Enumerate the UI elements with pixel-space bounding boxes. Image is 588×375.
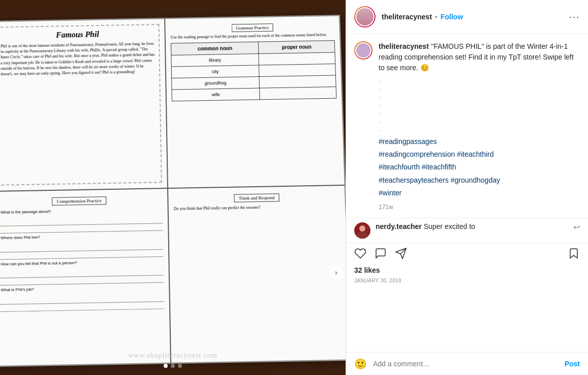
add-comment-bar: 🙂 Post <box>346 352 588 375</box>
action-bar <box>346 243 588 264</box>
comment-button[interactable] <box>375 247 387 259</box>
comprehension-questions: 1. What is the passage about?2. Where do… <box>0 207 164 312</box>
more-options-button[interactable]: ··· <box>569 12 580 22</box>
header-avatar[interactable] <box>354 6 376 27</box>
caption-avatar[interactable] <box>354 41 373 60</box>
ws-famous-phil-body: Phil is one of the most famous residents… <box>1 41 155 77</box>
slide-dots <box>164 364 182 368</box>
ws-comprehension-title: Comprehension Practice <box>52 196 106 206</box>
share-button[interactable] <box>395 247 407 259</box>
ws-grammar-practice: Grammar Practice Use the reading passage… <box>165 15 345 188</box>
grammar-row-proper <box>259 75 336 88</box>
ws-think-respond: Think and Respond Do you think that Phil… <box>168 185 346 363</box>
ws-think-question: Do you think that Phil really can predic… <box>174 203 341 212</box>
post-image-panel: Famous Phil Phil is one of the most famo… <box>0 0 346 375</box>
post-caption: theliteracynest "FAMOUS PHIL" is part of… <box>346 34 588 218</box>
svg-point-1 <box>357 232 367 239</box>
worksheet: Famous Phil Phil is one of the most famo… <box>0 15 346 367</box>
next-slide-arrow[interactable]: › <box>329 265 344 279</box>
likes-section: 32 likes <box>346 264 588 277</box>
svg-point-0 <box>359 225 365 232</box>
post-date: JANUARY 30, 2018 <box>346 277 588 287</box>
comp-question: 2. Where does Phil live? <box>0 233 163 241</box>
save-button[interactable] <box>568 247 580 259</box>
comment-text: nerdy.teacher Super excited to <box>376 222 568 230</box>
info-panel: theliteracynest • Follow ··· theliteracy… <box>346 0 588 375</box>
follow-button[interactable]: Follow <box>441 13 463 21</box>
dot-1[interactable] <box>164 364 168 368</box>
grammar-row-noun: library <box>171 54 259 67</box>
emoji-button[interactable]: 🙂 <box>354 358 367 370</box>
ws-famous-phil-title: Famous Phil <box>1 29 154 41</box>
post-comment-button[interactable]: Post <box>565 360 580 368</box>
comp-question: 3. How can you tell that Phil is not a p… <box>0 259 164 267</box>
grammar-row-noun: wife <box>172 88 260 101</box>
dot-2[interactable] <box>171 364 175 368</box>
grammar-col1-header: common noun <box>171 42 259 55</box>
comment-input[interactable] <box>373 360 559 368</box>
comment-content: Super excited to <box>424 222 475 230</box>
dot-3[interactable] <box>178 364 182 368</box>
comment-preview: nerdy.teacher Super excited to ↩ <box>346 218 588 243</box>
ws-comprehension: Comprehension Practice 1. What is the pa… <box>0 188 171 366</box>
comp-question: 4. What is Phil's job? <box>0 285 164 293</box>
ws-famous-phil: Famous Phil Phil is one of the most famo… <box>0 18 168 191</box>
caption-dots: . . . . . . . <box>379 73 580 135</box>
commenter-avatar[interactable] <box>354 222 370 239</box>
caption-body: theliteracynest "FAMOUS PHIL" is part of… <box>379 41 580 211</box>
caption-username[interactable]: theliteracynest <box>379 42 429 50</box>
caption-time: 171w <box>379 204 580 211</box>
reply-icon[interactable]: ↩ <box>573 222 580 232</box>
likes-count[interactable]: 32 likes <box>354 266 380 274</box>
ws-grammar-instruction: Use the reading passage to find the prop… <box>171 32 335 40</box>
header-username[interactable]: theliteracynest <box>382 13 432 21</box>
ws-grammar-title: Grammar Practice <box>231 23 273 32</box>
grammar-row-proper <box>259 52 335 65</box>
watermark: www.shopliteracynest.com <box>128 352 218 360</box>
grammar-row-proper <box>260 87 336 100</box>
header-dot: • <box>435 13 438 21</box>
like-button[interactable] <box>354 247 366 259</box>
grammar-table: common noun proper noun librarycitygroun… <box>171 40 336 101</box>
grammar-col2-header: proper noun <box>258 41 335 54</box>
grammar-row-proper <box>259 64 336 77</box>
comp-question: 1. What is the passage about? <box>0 207 163 215</box>
ws-think-title: Think and Respond <box>234 193 280 203</box>
commenter-username[interactable]: nerdy.teacher <box>376 222 422 230</box>
post-header: theliteracynest • Follow ··· <box>346 0 588 34</box>
caption-hashtags[interactable]: #readingpassages#readingcomprehension #i… <box>379 135 580 199</box>
grammar-row-noun: city <box>171 65 259 78</box>
grammar-row-noun: groundhog <box>172 77 260 90</box>
